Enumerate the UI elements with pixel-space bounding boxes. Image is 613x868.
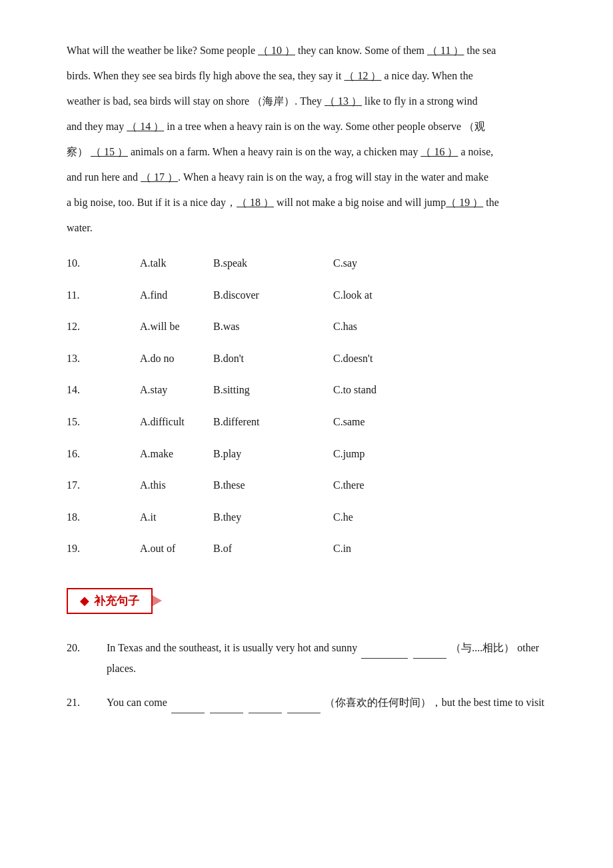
observe-cn: （观 bbox=[464, 121, 485, 132]
mcq-c-11: C.look at bbox=[333, 287, 372, 304]
mcq-item-16: 16. A.make B.play C.jump bbox=[67, 445, 560, 463]
mcq-num-13: 13. bbox=[67, 350, 140, 367]
mcq-num-14: 14. bbox=[67, 381, 140, 399]
mcq-a-19: A.out of bbox=[140, 540, 213, 557]
mcq-item-17: 17. A.this B.these C.there bbox=[67, 477, 560, 494]
fill-section: 20. In Texas and the southeast, it is us… bbox=[67, 638, 560, 713]
blank-16: （ 16 ） bbox=[420, 146, 458, 157]
mcq-a-15: A.difficult bbox=[140, 413, 213, 431]
mcq-c-16: C.jump bbox=[333, 445, 365, 463]
mcq-c-17: C.there bbox=[333, 477, 364, 494]
mcq-item-19: 19. A.out of B.of C.in bbox=[67, 540, 560, 557]
fill-cn-20: （与....相比） bbox=[450, 642, 514, 653]
passage: What will the weather be like? Some peop… bbox=[67, 40, 560, 239]
blank-12: （ 12 ） bbox=[344, 70, 381, 81]
mcq-a-18: A.it bbox=[140, 509, 213, 526]
mcq-num-11: 11. bbox=[67, 287, 140, 304]
mcq-item-15: 15. A.difficult B.different C.same bbox=[67, 413, 560, 431]
fill-item-21: 21. You can come （你喜欢的任何时间），but the best… bbox=[67, 693, 560, 713]
fill-blank-21b bbox=[210, 693, 243, 713]
mcq-b-12: B.was bbox=[213, 318, 333, 335]
mcq-b-14: B.sitting bbox=[213, 381, 333, 399]
section-header-arrow-icon bbox=[153, 595, 162, 606]
mcq-c-14: C.to stand bbox=[333, 381, 376, 399]
fill-text-21: You can come （你喜欢的任何时间），but the best tim… bbox=[107, 693, 560, 713]
mcq-num-18: 18. bbox=[67, 509, 140, 526]
fill-blank-21d bbox=[287, 693, 320, 713]
fill-cn-21: （你喜欢的任何时间） bbox=[324, 697, 431, 708]
mcq-b-18: B.they bbox=[213, 509, 333, 526]
passage-text-8: water. bbox=[67, 217, 560, 239]
mcq-item-10: 10. A.talk B.speak C.say bbox=[67, 255, 560, 272]
passage-text-3: weather is bad, sea birds will stay on s… bbox=[67, 91, 560, 112]
mcq-b-10: B.speak bbox=[213, 255, 333, 272]
mcq-num-10: 10. bbox=[67, 255, 140, 272]
observe-cn-2: 察） bbox=[67, 146, 88, 157]
mcq-num-12: 12. bbox=[67, 318, 140, 335]
shore-cn: （海岸） bbox=[252, 95, 295, 107]
fill-num-21: 21. bbox=[67, 693, 107, 713]
mcq-item-18: 18. A.it B.they C.he bbox=[67, 509, 560, 526]
blank-19: （ 19 ） bbox=[446, 197, 483, 208]
blank-11: （ 11 ） bbox=[427, 45, 464, 56]
blank-14: （ 14 ） bbox=[127, 121, 164, 132]
fill-blank-21c bbox=[249, 693, 282, 713]
mcq-b-11: B.discover bbox=[213, 287, 333, 304]
mcq-c-18: C.he bbox=[333, 509, 353, 526]
mcq-b-15: B.different bbox=[213, 413, 333, 431]
mcq-num-19: 19. bbox=[67, 540, 140, 557]
mcq-a-14: A.stay bbox=[140, 381, 213, 399]
mcq-b-17: B.these bbox=[213, 477, 333, 494]
mcq-a-13: A.do no bbox=[140, 350, 213, 367]
section-header-label: 补充句子 bbox=[94, 593, 139, 609]
mcq-c-12: C.has bbox=[333, 318, 357, 335]
mcq-item-14: 14. A.stay B.sitting C.to stand bbox=[67, 381, 560, 399]
passage-text-5: 察） （ 15 ） animals on a farm. When a heav… bbox=[67, 141, 560, 163]
passage-text-4: and they may （ 14 ） in a tree when a hea… bbox=[67, 116, 560, 137]
section-header: 补充句子 bbox=[67, 588, 153, 614]
mcq-num-16: 16. bbox=[67, 445, 140, 463]
blank-17: （ 17 ） bbox=[141, 171, 178, 183]
mcq-a-10: A.talk bbox=[140, 255, 213, 272]
fill-blank-21a bbox=[171, 693, 205, 713]
blank-15: （ 15 ） bbox=[91, 146, 128, 157]
blank-13: （ 13 ） bbox=[324, 95, 362, 107]
blank-10: （ 10 ） bbox=[258, 45, 295, 56]
mcq-item-12: 12. A.will be B.was C.has bbox=[67, 318, 560, 335]
fill-blank-20b bbox=[413, 638, 446, 659]
passage-text-7: a big noise, too. But if it is a nice da… bbox=[67, 192, 560, 213]
mcq-c-13: C.doesn't bbox=[333, 350, 372, 367]
fill-blank-20a bbox=[361, 638, 408, 659]
mcq-a-17: A.this bbox=[140, 477, 213, 494]
fill-num-20: 20. bbox=[67, 638, 107, 679]
passage-text-6: and run here and （ 17 ）. When a heavy ra… bbox=[67, 167, 560, 188]
fill-text-20: In Texas and the southeast, it is usuall… bbox=[107, 638, 560, 679]
mcq-num-17: 17. bbox=[67, 477, 140, 494]
mcq-item-13: 13. A.do no B.don't C.doesn't bbox=[67, 350, 560, 367]
mcq-b-16: B.play bbox=[213, 445, 333, 463]
passage-text: What will the weather be like? Some peop… bbox=[67, 40, 560, 61]
mcq-b-19: B.of bbox=[213, 540, 333, 557]
mcq-a-16: A.make bbox=[140, 445, 213, 463]
mcq-a-12: A.will be bbox=[140, 318, 213, 335]
mcq-num-15: 15. bbox=[67, 413, 140, 431]
mcq-c-15: C.same bbox=[333, 413, 365, 431]
passage-text-2: birds. When they see sea birds fly high … bbox=[67, 65, 560, 87]
mcq-b-13: B.don't bbox=[213, 350, 333, 367]
blank-18: （ 18 ） bbox=[237, 197, 274, 208]
mcq-c-10: C.say bbox=[333, 255, 357, 272]
mcq-c-19: C.in bbox=[333, 540, 351, 557]
fill-item-20: 20. In Texas and the southeast, it is us… bbox=[67, 638, 560, 679]
mcq-item-11: 11. A.find B.discover C.look at bbox=[67, 287, 560, 304]
mcq-a-11: A.find bbox=[140, 287, 213, 304]
mcq-section: 10. A.talk B.speak C.say 11. A.find B.di… bbox=[67, 255, 560, 557]
